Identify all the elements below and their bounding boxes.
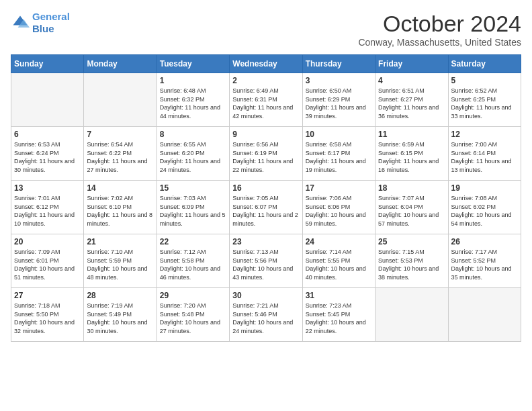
calendar-table: SundayMondayTuesdayWednesdayThursdayFrid… xyxy=(11,54,521,342)
day-number: 16 xyxy=(232,183,299,193)
day-number: 28 xyxy=(87,291,153,300)
logo-icon xyxy=(11,13,30,32)
logo-line2: Blue xyxy=(32,23,54,34)
day-number: 9 xyxy=(232,130,299,139)
calendar-cell: 20Sunrise: 7:09 AMSunset: 6:01 PMDayligh… xyxy=(11,234,84,288)
logo-text: General Blue xyxy=(32,11,70,35)
calendar-cell: 6Sunrise: 6:53 AMSunset: 6:24 PMDaylight… xyxy=(11,127,84,181)
location: Conway, Massachusetts, United States xyxy=(358,37,521,48)
day-number: 20 xyxy=(14,237,81,246)
day-info: Sunrise: 7:05 AMSunset: 6:07 PMDaylight:… xyxy=(232,194,299,228)
day-info: Sunrise: 7:06 AMSunset: 6:06 PMDaylight:… xyxy=(306,194,372,228)
day-number: 2 xyxy=(232,76,299,85)
month-title: October 2024 xyxy=(358,11,521,37)
calendar-cell: 10Sunrise: 6:58 AMSunset: 6:17 PMDayligh… xyxy=(302,127,375,181)
calendar-cell: 25Sunrise: 7:15 AMSunset: 5:53 PMDayligh… xyxy=(375,234,448,288)
day-number: 22 xyxy=(160,237,226,246)
calendar-cell: 5Sunrise: 6:52 AMSunset: 6:25 PMDaylight… xyxy=(448,73,521,127)
day-info: Sunrise: 7:18 AMSunset: 5:50 PMDaylight:… xyxy=(14,302,81,335)
week-row-3: 13Sunrise: 7:01 AMSunset: 6:12 PMDayligh… xyxy=(11,181,521,234)
day-number: 1 xyxy=(160,76,226,85)
day-number: 18 xyxy=(378,183,445,193)
day-info: Sunrise: 7:10 AMSunset: 5:59 PMDaylight:… xyxy=(87,248,153,281)
day-info: Sunrise: 7:08 AMSunset: 6:02 PMDaylight:… xyxy=(451,194,518,228)
day-info: Sunrise: 6:49 AMSunset: 6:31 PMDaylight:… xyxy=(232,87,299,120)
calendar-cell: 15Sunrise: 7:03 AMSunset: 6:09 PMDayligh… xyxy=(157,181,229,234)
calendar-cell: 8Sunrise: 6:55 AMSunset: 6:20 PMDaylight… xyxy=(157,127,229,181)
day-number: 27 xyxy=(14,291,81,300)
calendar-cell xyxy=(11,73,84,127)
calendar-cell: 17Sunrise: 7:06 AMSunset: 6:06 PMDayligh… xyxy=(302,181,375,234)
calendar-cell: 26Sunrise: 7:17 AMSunset: 5:52 PMDayligh… xyxy=(448,234,521,288)
day-number: 31 xyxy=(306,291,372,300)
day-number: 3 xyxy=(306,76,372,85)
day-number: 23 xyxy=(232,237,299,246)
calendar-cell: 27Sunrise: 7:18 AMSunset: 5:50 PMDayligh… xyxy=(11,288,84,342)
day-number: 13 xyxy=(14,183,81,193)
day-info: Sunrise: 6:58 AMSunset: 6:17 PMDaylight:… xyxy=(306,140,372,174)
logo: General Blue xyxy=(11,11,70,35)
calendar-cell: 18Sunrise: 7:07 AMSunset: 6:04 PMDayligh… xyxy=(375,181,448,234)
day-header-friday: Friday xyxy=(375,55,448,73)
day-number: 17 xyxy=(306,183,372,193)
day-info: Sunrise: 7:17 AMSunset: 5:52 PMDaylight:… xyxy=(451,248,518,281)
day-number: 11 xyxy=(378,130,445,139)
day-info: Sunrise: 7:20 AMSunset: 5:48 PMDaylight:… xyxy=(160,302,226,335)
calendar-cell: 28Sunrise: 7:19 AMSunset: 5:49 PMDayligh… xyxy=(84,288,157,342)
day-number: 24 xyxy=(306,237,372,246)
day-number: 14 xyxy=(87,183,153,193)
page-header: General Blue October 2024 Conway, Massac… xyxy=(11,11,521,48)
day-header-monday: Monday xyxy=(84,55,157,73)
day-info: Sunrise: 7:19 AMSunset: 5:49 PMDaylight:… xyxy=(87,302,153,335)
calendar-cell: 3Sunrise: 6:50 AMSunset: 6:29 PMDaylight… xyxy=(302,73,375,127)
day-info: Sunrise: 7:23 AMSunset: 5:45 PMDaylight:… xyxy=(306,302,372,335)
logo-line1: General xyxy=(32,11,70,22)
day-info: Sunrise: 6:54 AMSunset: 6:22 PMDaylight:… xyxy=(87,140,153,174)
day-info: Sunrise: 7:01 AMSunset: 6:12 PMDaylight:… xyxy=(14,194,81,228)
day-number: 7 xyxy=(87,130,153,139)
week-row-2: 6Sunrise: 6:53 AMSunset: 6:24 PMDaylight… xyxy=(11,127,521,181)
day-number: 30 xyxy=(232,291,299,300)
week-row-1: 1Sunrise: 6:48 AMSunset: 6:32 PMDaylight… xyxy=(11,73,521,127)
day-info: Sunrise: 6:55 AMSunset: 6:20 PMDaylight:… xyxy=(160,140,226,174)
week-row-5: 27Sunrise: 7:18 AMSunset: 5:50 PMDayligh… xyxy=(11,288,521,342)
day-number: 6 xyxy=(14,130,81,139)
day-info: Sunrise: 7:00 AMSunset: 6:14 PMDaylight:… xyxy=(451,140,518,174)
calendar-cell: 29Sunrise: 7:20 AMSunset: 5:48 PMDayligh… xyxy=(157,288,229,342)
calendar-cell: 24Sunrise: 7:14 AMSunset: 5:55 PMDayligh… xyxy=(302,234,375,288)
calendar-cell xyxy=(448,288,521,342)
day-info: Sunrise: 7:02 AMSunset: 6:10 PMDaylight:… xyxy=(87,194,153,228)
day-number: 15 xyxy=(160,183,226,193)
calendar-cell: 31Sunrise: 7:23 AMSunset: 5:45 PMDayligh… xyxy=(302,288,375,342)
day-info: Sunrise: 6:52 AMSunset: 6:25 PMDaylight:… xyxy=(451,87,518,120)
calendar-cell xyxy=(84,73,157,127)
day-info: Sunrise: 7:15 AMSunset: 5:53 PMDaylight:… xyxy=(378,248,445,281)
calendar-cell: 11Sunrise: 6:59 AMSunset: 6:15 PMDayligh… xyxy=(375,127,448,181)
day-info: Sunrise: 6:50 AMSunset: 6:29 PMDaylight:… xyxy=(306,87,372,120)
day-header-saturday: Saturday xyxy=(448,55,521,73)
calendar-cell: 16Sunrise: 7:05 AMSunset: 6:07 PMDayligh… xyxy=(230,181,302,234)
day-info: Sunrise: 7:13 AMSunset: 5:56 PMDaylight:… xyxy=(232,248,299,281)
calendar-cell: 4Sunrise: 6:51 AMSunset: 6:27 PMDaylight… xyxy=(375,73,448,127)
calendar-cell: 23Sunrise: 7:13 AMSunset: 5:56 PMDayligh… xyxy=(230,234,302,288)
day-number: 8 xyxy=(160,130,226,139)
day-number: 4 xyxy=(378,76,445,85)
day-number: 21 xyxy=(87,237,153,246)
header-row: SundayMondayTuesdayWednesdayThursdayFrid… xyxy=(11,55,521,73)
day-header-thursday: Thursday xyxy=(302,55,375,73)
day-info: Sunrise: 7:21 AMSunset: 5:46 PMDaylight:… xyxy=(232,302,299,335)
calendar-cell: 22Sunrise: 7:12 AMSunset: 5:58 PMDayligh… xyxy=(157,234,229,288)
day-info: Sunrise: 7:07 AMSunset: 6:04 PMDaylight:… xyxy=(378,194,445,228)
calendar-cell: 9Sunrise: 6:56 AMSunset: 6:19 PMDaylight… xyxy=(230,127,302,181)
week-row-4: 20Sunrise: 7:09 AMSunset: 6:01 PMDayligh… xyxy=(11,234,521,288)
day-header-wednesday: Wednesday xyxy=(230,55,302,73)
calendar-cell: 14Sunrise: 7:02 AMSunset: 6:10 PMDayligh… xyxy=(84,181,157,234)
calendar-cell: 13Sunrise: 7:01 AMSunset: 6:12 PMDayligh… xyxy=(11,181,84,234)
day-header-sunday: Sunday xyxy=(11,55,84,73)
day-number: 29 xyxy=(160,291,226,300)
day-info: Sunrise: 7:14 AMSunset: 5:55 PMDaylight:… xyxy=(306,248,372,281)
calendar-cell: 19Sunrise: 7:08 AMSunset: 6:02 PMDayligh… xyxy=(448,181,521,234)
calendar-cell: 1Sunrise: 6:48 AMSunset: 6:32 PMDaylight… xyxy=(157,73,229,127)
day-info: Sunrise: 7:12 AMSunset: 5:58 PMDaylight:… xyxy=(160,248,226,281)
calendar-cell: 7Sunrise: 6:54 AMSunset: 6:22 PMDaylight… xyxy=(84,127,157,181)
